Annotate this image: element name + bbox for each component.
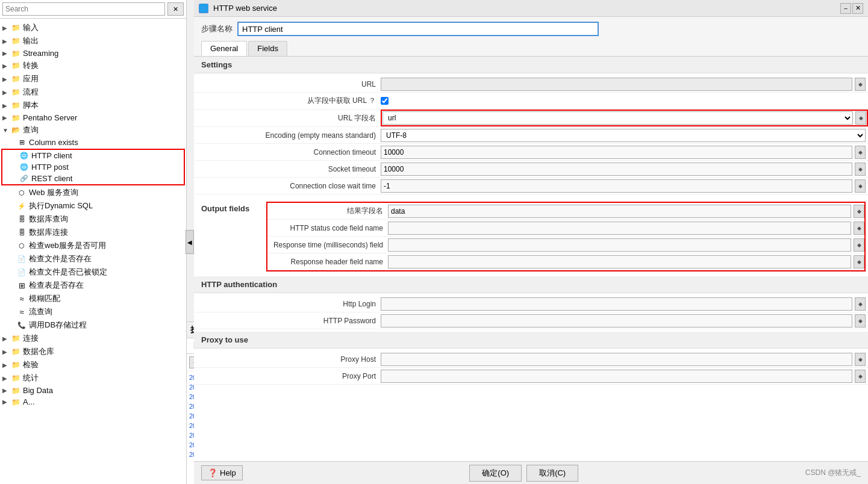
expand-arrow: ▶	[2, 375, 11, 382]
sidebar-item-label: 数据仓库	[23, 346, 54, 357]
close-wait-row: Connection close wait time ◆	[194, 178, 868, 194]
sidebar-item-rest-client[interactable]: REST client	[2, 173, 184, 184]
sidebar-item-fuzzy[interactable]: 模糊匹配	[0, 292, 186, 305]
close-wait-input[interactable]	[381, 179, 852, 193]
sidebar-item-transform[interactable]: ▶ 转换	[0, 59, 186, 72]
http-password-button[interactable]: ◆	[855, 314, 866, 327]
response-time-button[interactable]: ◆	[854, 238, 864, 252]
search-input[interactable]	[2, 2, 165, 16]
http-status-button[interactable]: ◆	[854, 222, 864, 235]
tab-general[interactable]: General	[201, 41, 247, 56]
socket-timeout-button[interactable]: ◆	[855, 163, 866, 176]
url-from-field-checkbox[interactable]	[381, 97, 389, 105]
sidebar-item-check[interactable]: ▶ 检验	[0, 358, 186, 371]
http-status-input-container: ◆	[388, 222, 864, 235]
close-wait-button[interactable]: ◆	[855, 179, 866, 193]
tab-fields[interactable]: Fields	[248, 41, 287, 56]
folder-icon	[11, 61, 20, 70]
sidebar-item-label: 检查文件是否已被锁定	[29, 267, 107, 278]
confirm-button[interactable]: 确定(O)	[469, 465, 522, 482]
sidebar-item-call-db[interactable]: 调用DB存储过程	[0, 318, 186, 332]
sidebar-item-label: 输出	[23, 36, 39, 46]
proxy-host-button[interactable]: ◆	[855, 353, 866, 366]
minimize-button[interactable]: −	[840, 3, 851, 14]
sidebar-item-label: 流程	[23, 87, 39, 98]
help-button[interactable]: ❓ Help	[201, 465, 243, 480]
sidebar-item-check-file-locked[interactable]: 检查文件是否已被锁定	[0, 265, 186, 279]
url-input[interactable]	[381, 78, 852, 91]
http-login-input[interactable]	[381, 297, 852, 311]
sidebar-item-app[interactable]: ▶ 应用	[0, 72, 186, 85]
response-time-input[interactable]	[388, 238, 851, 252]
cancel-button[interactable]: 取消(C)	[526, 465, 578, 482]
http-password-input[interactable]	[381, 314, 852, 327]
expand-arrow: ▶	[2, 102, 11, 109]
search-clear-button[interactable]: ✕	[167, 2, 184, 16]
sidebar-item-other[interactable]: ▶ A...	[0, 396, 186, 408]
expand-arrow: ▼	[2, 127, 11, 134]
encoding-row: Encoding (empty means standard) UTF-8	[194, 127, 868, 144]
sidebar-item-stats[interactable]: ▶ 统计	[0, 371, 186, 385]
sidebar-item-query[interactable]: ▼ 查询	[0, 123, 186, 137]
response-header-label: Response header field name	[267, 258, 388, 266]
result-field-row: 结果字段名 ◆	[267, 203, 864, 220]
sidebar-item-pentaho[interactable]: ▶ Pentaho Server	[0, 112, 186, 123]
sidebar-item-check-web[interactable]: 检查web服务是否可用	[0, 239, 186, 252]
sidebar-item-http-post[interactable]: HTTP post	[2, 161, 184, 173]
folder-icon	[11, 37, 20, 45]
url-fieldname-button[interactable]: ◆	[855, 111, 866, 125]
result-field-input[interactable]	[388, 205, 851, 218]
sidebar-item-label: Pentaho Server	[23, 113, 77, 122]
sidebar-item-warehouse[interactable]: ▶ 数据仓库	[0, 345, 186, 358]
sidebar-item-check-table[interactable]: 检查表是否存在	[0, 279, 186, 292]
socket-timeout-input-container: ◆	[381, 163, 868, 176]
folder-icon	[11, 347, 20, 356]
sidebar-item-flow[interactable]: ▶ 流程	[0, 85, 186, 99]
proxy-port-input[interactable]	[381, 370, 852, 383]
sidebar-item-label: 流查询	[29, 306, 52, 317]
expand-arrow: ▶	[2, 349, 11, 355]
sidebar-collapse-button[interactable]: ◀	[186, 230, 194, 254]
sidebar-item-column-exists[interactable]: ⊞ Column exists	[0, 137, 186, 148]
conn-timeout-button[interactable]: ◆	[855, 146, 866, 159]
response-header-input[interactable]	[388, 255, 851, 268]
step-name-input[interactable]	[237, 22, 599, 36]
sidebar-item-label: Column exists	[29, 138, 78, 147]
sidebar-item-script[interactable]: ▶ 脚本	[0, 99, 186, 112]
folder-icon	[11, 334, 20, 343]
sidebar-item-streaming[interactable]: ▶ Streaming	[0, 48, 186, 59]
http-status-input[interactable]	[388, 222, 851, 235]
proxy-host-row: Proxy Host ◆	[194, 351, 868, 368]
proxy-host-input[interactable]	[381, 353, 852, 366]
sidebar-item-check-file[interactable]: 检查文件是否存在	[0, 252, 186, 265]
sidebar-item-db-query[interactable]: 数据库查询	[0, 213, 186, 226]
sidebar-item-web-query[interactable]: Web 服务查询	[0, 186, 186, 199]
sidebar-item-connect[interactable]: ▶ 连接	[0, 332, 186, 345]
sidebar-item-db-connect[interactable]: 数据库连接	[0, 226, 186, 239]
sidebar-item-output[interactable]: ▶ 输出	[0, 34, 186, 48]
url-field-button[interactable]: ◆	[855, 78, 866, 91]
sidebar-item-dynamic-sql[interactable]: 执行Dynamic SQL	[0, 199, 186, 213]
sidebar-item-http-client[interactable]: HTTP client	[2, 150, 184, 161]
url-input-container: ◆	[381, 78, 868, 91]
http-login-button[interactable]: ◆	[855, 297, 866, 311]
result-field-button[interactable]: ◆	[854, 205, 864, 218]
socket-timeout-input[interactable]	[381, 163, 852, 176]
response-header-button[interactable]: ◆	[854, 255, 864, 268]
conn-timeout-label: Connection timeout	[194, 148, 381, 157]
close-button[interactable]: ✕	[852, 3, 863, 14]
expand-arrow: ▶	[2, 362, 11, 368]
conn-timeout-input[interactable]	[381, 146, 852, 159]
socket-timeout-row: Socket timeout ◆	[194, 161, 868, 178]
window-buttons: − ✕	[840, 3, 863, 14]
url-fieldname-select[interactable]: url	[382, 111, 853, 125]
encoding-select[interactable]: UTF-8	[381, 129, 866, 142]
sidebar: ✕ ▶ 输入 ▶ 输出 ▶ Streaming ▶ 转换 ▶ 应用	[0, 0, 187, 484]
sidebar-item-flow-query[interactable]: 流查询	[0, 305, 186, 318]
folder-icon	[11, 75, 20, 83]
proxy-port-button[interactable]: ◆	[855, 370, 866, 383]
sidebar-item-input[interactable]: ▶ 输入	[0, 21, 186, 34]
sidebar-item-bigdata[interactable]: ▶ Big Data	[0, 385, 186, 396]
proxy-port-label: Proxy Port	[194, 372, 381, 380]
sidebar-item-label: HTTP client	[31, 151, 72, 160]
